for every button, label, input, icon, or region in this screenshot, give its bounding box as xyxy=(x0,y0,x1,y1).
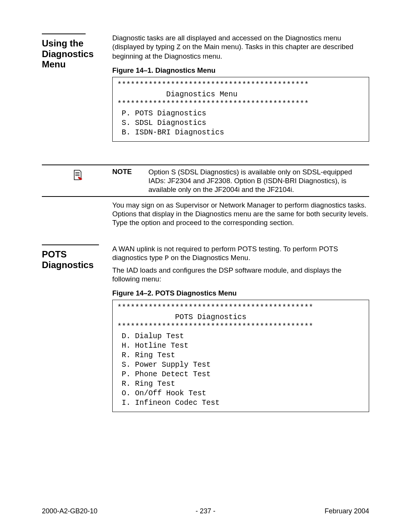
side-heading-area: Using the Diagnostics Menu xyxy=(42,34,112,70)
pots-para2: The IAD loads and configures the DSP sof… xyxy=(112,266,369,283)
pots-para1-b: on the Diagnostics Menu. xyxy=(169,254,250,262)
section-content-2: A WAN uplink is not required to perform … xyxy=(112,244,369,412)
footer-center: - 237 - xyxy=(151,507,260,515)
figure-caption: Figure 14–1. Diagnostics Menu xyxy=(112,66,369,75)
note-rule-bottom xyxy=(42,196,369,197)
pots-menu-box: ****************************************… xyxy=(112,300,369,412)
note-icon-cell xyxy=(42,168,112,181)
side-rule xyxy=(42,34,86,34)
note-text: Option S (SDSL Diagnostics) is available… xyxy=(148,168,369,194)
footer-right: February 2004 xyxy=(260,507,369,515)
after-note-paragraph: You may sign on as Supervisor or Network… xyxy=(112,201,369,227)
inline-key-z: Z xyxy=(177,43,181,51)
side-heading-area-2: POTS Diagnostics xyxy=(42,244,112,270)
pots-para1: A WAN uplink is not required to perform … xyxy=(112,244,369,263)
page-footer: 2000-A2-GB20-10 - 237 - February 2004 xyxy=(0,507,411,515)
figure-caption-2: Figure 14–2. POTS Diagnostics Menu xyxy=(112,289,369,297)
section-using-diagnostics: Using the Diagnostics Menu Diagnostic ta… xyxy=(42,34,369,142)
section-content: Diagnostic tasks are all displayed and a… xyxy=(112,34,369,142)
side-rule-2 xyxy=(42,244,99,245)
intro-paragraph: Diagnostic tasks are all displayed and a… xyxy=(112,34,369,61)
section-title-2: POTS Diagnostics xyxy=(42,249,112,270)
footer-left: 2000-A2-GB20-10 xyxy=(42,507,151,515)
note-row: NOTE Option S (SDSL Diagnostics) is avai… xyxy=(42,165,369,196)
diagnostics-menu-box: ****************************************… xyxy=(112,77,369,142)
after-note-text: You may sign on as Supervisor or Network… xyxy=(112,201,369,227)
note-label: NOTE xyxy=(112,168,148,176)
page: Using the Diagnostics Menu Diagnostic ta… xyxy=(0,0,411,532)
note-icon xyxy=(71,168,83,181)
section-title: Using the Diagnostics Menu xyxy=(42,38,112,70)
inline-key-p: P xyxy=(165,254,169,262)
section-pots-diagnostics: POTS Diagnostics A WAN uplink is not req… xyxy=(42,244,369,412)
note-section: NOTE Option S (SDSL Diagnostics) is avai… xyxy=(42,165,369,227)
